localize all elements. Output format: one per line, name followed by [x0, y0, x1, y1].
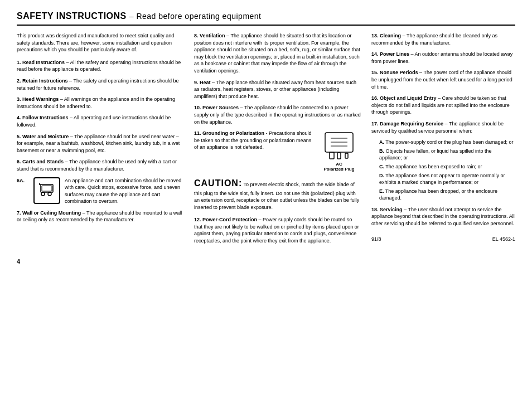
caution-block: CAUTION: To prevent electric shock, matc… — [194, 177, 361, 211]
sub-item: A. The power-supply cord or the plug has… — [379, 139, 515, 146]
right-column: 13. Cleaning – The appliance should be c… — [371, 32, 515, 249]
list-item: 16. Object and Liquid Entry – Care shoul… — [371, 95, 515, 116]
sub-text: The appliance does not appear to operate… — [379, 173, 505, 186]
item-title: Cleaning — [380, 33, 401, 38]
item-title: Power Lines — [380, 51, 409, 57]
item-6a: 6A. An appliance and cart combination sh… — [17, 177, 184, 205]
item-number: 12. — [194, 217, 201, 222]
sub-item: E. The appliance has been dropped, or th… — [379, 188, 515, 202]
item-title: Retain Instructions — [22, 78, 68, 84]
footer-right: EL 4562-1 — [492, 236, 515, 242]
list-item: 1. Read Instructions – All the safety an… — [17, 59, 184, 73]
page-title: SAFETY INSTRUCTIONS – Read before operat… — [17, 11, 515, 21]
list-item: 6. Carts and Stands – The appliance shou… — [17, 158, 184, 172]
plug-label: ACPolarized Plug — [317, 162, 361, 172]
svg-rect-7 — [330, 152, 334, 159]
item-title: Heed Warnings — [22, 96, 59, 102]
middle-column: 8. Ventilation – The appliance should be… — [194, 32, 361, 249]
item-title: Ventilation — [200, 33, 225, 38]
item-number: 10. — [194, 105, 201, 110]
list-item: 17. Damage Requiring Service – The appli… — [371, 120, 515, 134]
list-item: 2. Retain Instructions – The safety and … — [17, 77, 184, 91]
item-number: 16. — [371, 95, 379, 101]
svg-rect-8 — [337, 153, 341, 159]
list-item: 8. Ventilation – The appliance should be… — [194, 32, 361, 75]
item-6a-text: An appliance and cart combination should… — [65, 177, 184, 205]
svg-rect-5 — [42, 186, 52, 191]
item-title: Nonuse Periods — [380, 70, 418, 75]
page-number: 4 — [17, 258, 515, 265]
sub-item: D. The appliance does not appear to oper… — [379, 172, 515, 186]
item-number: 9. — [194, 80, 199, 85]
main-content: This product was designed and manufactur… — [17, 32, 515, 249]
sub-label: D. — [379, 173, 384, 178]
item-6a-label: 6A. — [17, 177, 29, 205]
title-subtitle: – Read before operating equipment — [129, 12, 262, 21]
item-number: 4. — [17, 115, 21, 120]
list-item: 13. Cleaning – The appliance should be c… — [371, 32, 515, 46]
grounding-text: 11. Grounding or Polarization - Precauti… — [194, 130, 312, 151]
item-number: 17. — [371, 121, 379, 127]
svg-point-2 — [48, 192, 51, 196]
item-title: Carts and Stands — [22, 159, 64, 164]
item-title: Heat — [200, 80, 211, 85]
plug-diagram: ACPolarized Plug — [317, 130, 361, 172]
caution-title: CAUTION: — [194, 178, 242, 188]
left-column: This product was designed and manufactur… — [17, 32, 184, 249]
item-number: 11. — [194, 130, 201, 136]
sub-label: E. — [379, 188, 384, 194]
cart-symbol — [36, 180, 57, 201]
sub-label: C. — [379, 164, 384, 169]
item-number: 5. — [17, 134, 21, 139]
item-number: 15. — [371, 70, 379, 75]
item-title: Read Instructions — [22, 60, 65, 65]
item-title: Follow Instructions — [22, 115, 69, 120]
sub-item: C. The appliance has been exposed to rai… — [379, 163, 515, 171]
item-title: Water and Moisture — [22, 134, 69, 139]
item-number: 13. — [371, 33, 379, 38]
item-number: 18. — [371, 207, 379, 212]
footer-left: 91/8 — [371, 236, 381, 242]
item-text: – The appliance should be situated away … — [194, 80, 356, 99]
sub-text: The appliance has been exposed to rain; … — [385, 164, 482, 169]
sub-text: The appliance has been dropped, or the e… — [379, 188, 497, 201]
item-number: 2. — [17, 78, 21, 84]
item-title: Object and Liquid Entry — [380, 95, 437, 101]
item-number: 6. — [17, 159, 21, 164]
item-title: Power Sources — [202, 105, 239, 110]
list-item: 14. Power Lines – An outdoor antenna sho… — [371, 51, 515, 65]
item-title: Servicing — [380, 207, 403, 212]
list-item: 12. Power-Cord Protection – Power supply… — [194, 216, 361, 244]
item-title: Power-Cord Protection — [202, 217, 257, 222]
item-text: – The appliance should be situated so th… — [194, 33, 360, 74]
list-item: 10. Power Sources – The appliance should… — [194, 104, 361, 125]
item-title: Damage Requiring Service — [380, 121, 443, 127]
item-number: 7. — [17, 210, 21, 216]
item-title: Grounding or Polarization — [202, 130, 264, 136]
cart-icon — [33, 177, 60, 204]
title-bold: SAFETY INSTRUCTIONS — [17, 11, 127, 21]
svg-point-1 — [41, 192, 45, 196]
list-item: 3. Heed Warnings – All warnings on the a… — [17, 96, 184, 110]
item-number: 14. — [371, 51, 379, 57]
item-number: 1. — [17, 60, 21, 65]
intro-paragraph: This product was designed and manufactur… — [17, 32, 184, 54]
item-number: 3. — [17, 96, 21, 102]
sub-item: B. Objects have fallen, or liquid has sp… — [379, 148, 515, 162]
list-item: 5. Water and Moisture – The appliance sh… — [17, 133, 184, 154]
sub-text: Objects have fallen, or liquid has spill… — [379, 148, 492, 161]
svg-rect-9 — [345, 153, 348, 158]
list-item: 4. Follow Instructions – All operating a… — [17, 114, 184, 128]
list-item: 9. Heat – The appliance should be situat… — [194, 79, 361, 100]
sub-label: B. — [379, 148, 384, 154]
item-title: Wall or Ceiling Mounting — [22, 210, 81, 216]
grounding-item: 11. Grounding or Polarization - Precauti… — [194, 130, 361, 172]
list-item: 18. Servicing – The user should not atte… — [371, 206, 515, 227]
list-item: 7. Wall or Ceiling Mounting – The applia… — [17, 210, 184, 223]
list-item: 15. Nonuse Periods – The power cord of t… — [371, 69, 515, 90]
item-number: 8. — [194, 33, 199, 38]
page-header: SAFETY INSTRUCTIONS – Read before operat… — [17, 11, 515, 26]
footer: 91/8 EL 4562-1 — [371, 236, 515, 242]
sub-label: A. — [379, 139, 384, 145]
sub-text: The power-supply cord or the plug has be… — [385, 139, 513, 145]
